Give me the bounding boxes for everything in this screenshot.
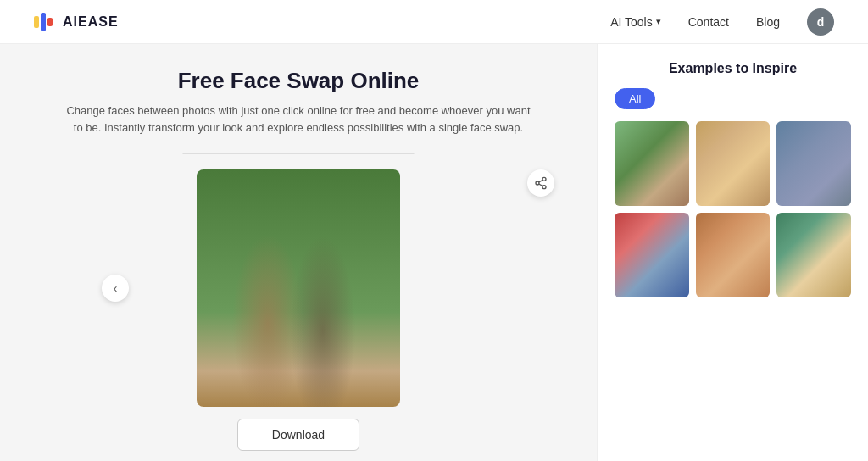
- header: AIEASE AI Tools ▾ Contact Blog d: [0, 0, 868, 44]
- svg-point-5: [542, 186, 546, 189]
- logo-text: AIEASE: [63, 14, 119, 30]
- svg-point-4: [536, 181, 539, 185]
- svg-rect-0: [34, 16, 39, 28]
- main-layout: Free Face Swap Online Change faces betwe…: [0, 44, 868, 461]
- gallery-item[interactable]: [615, 121, 689, 206]
- gallery-image-3: [776, 121, 851, 206]
- gallery-image-2: [696, 121, 771, 206]
- nav-blog[interactable]: Blog: [756, 15, 780, 29]
- chevron-down-icon: ▾: [656, 16, 661, 27]
- gallery-item[interactable]: [696, 121, 771, 206]
- logo[interactable]: AIEASE: [34, 13, 119, 31]
- gallery-grid: [615, 121, 851, 297]
- avatar[interactable]: d: [807, 8, 834, 36]
- image-area: ‹: [34, 169, 563, 407]
- main-image: [197, 169, 400, 407]
- gallery-image-1: [615, 121, 689, 206]
- gallery-image-4: [615, 213, 689, 297]
- examples-title: Examples to Inspire: [615, 61, 851, 76]
- nav: AI Tools ▾ Contact Blog d: [610, 8, 834, 36]
- share-button[interactable]: [527, 169, 554, 197]
- photo-overlay: [197, 169, 400, 407]
- tab-multiple-faces[interactable]: Multiple Faces: [290, 153, 414, 154]
- svg-rect-2: [47, 18, 53, 26]
- right-panel: Examples to Inspire All: [597, 44, 868, 461]
- chevron-left-icon: ‹: [114, 281, 118, 295]
- gallery-item[interactable]: [615, 213, 689, 297]
- nav-contact[interactable]: Contact: [688, 15, 729, 29]
- prev-image-button[interactable]: ‹: [102, 275, 129, 302]
- svg-point-3: [542, 177, 546, 181]
- gallery-image-6: [776, 213, 851, 297]
- page-title: Free Face Swap Online: [178, 68, 420, 94]
- left-panel: Free Face Swap Online Change faces betwe…: [0, 44, 597, 461]
- tab-row: Swap Face Multiple Faces: [182, 153, 415, 154]
- share-icon: [534, 176, 548, 190]
- gallery-item[interactable]: [696, 213, 771, 297]
- nav-ai-tools[interactable]: AI Tools ▾: [610, 15, 661, 29]
- filter-row: All: [615, 88, 851, 109]
- svg-rect-1: [41, 13, 46, 31]
- gallery-item[interactable]: [776, 213, 851, 297]
- svg-line-6: [539, 184, 543, 186]
- tab-swap-face[interactable]: Swap Face: [183, 153, 290, 154]
- gallery-image-5: [696, 213, 771, 297]
- download-button[interactable]: Download: [237, 419, 359, 451]
- page-description: Change faces between photos with just on…: [61, 103, 536, 136]
- svg-line-7: [539, 180, 543, 182]
- logo-icon: [34, 13, 58, 31]
- gallery-item[interactable]: [776, 121, 851, 206]
- filter-all-button[interactable]: All: [615, 88, 655, 109]
